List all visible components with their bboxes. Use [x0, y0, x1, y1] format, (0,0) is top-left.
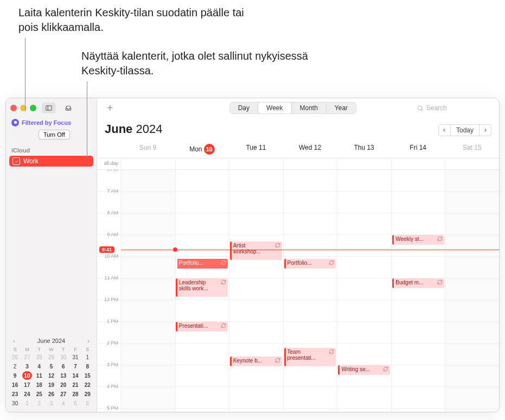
mini-cal-cell[interactable]: 29: [82, 390, 92, 398]
mini-cal-cell[interactable]: 2: [10, 362, 20, 371]
turn-off-focus-button[interactable]: Turn Off: [39, 130, 70, 139]
day-header[interactable]: Mon10: [175, 138, 229, 158]
grid-cell[interactable]: [337, 257, 391, 278]
mini-cal-cell[interactable]: 17: [22, 380, 32, 389]
all-day-cell[interactable]: [229, 158, 283, 169]
calendar-item-work[interactable]: Work: [9, 156, 93, 167]
mini-cal-cell[interactable]: 24: [22, 390, 32, 398]
grid-cell[interactable]: [121, 213, 175, 234]
grid-cell[interactable]: [445, 322, 499, 343]
grid-cell[interactable]: [391, 343, 445, 365]
all-day-cell[interactable]: [121, 158, 175, 169]
mini-cal-next-button[interactable]: ›: [85, 337, 92, 345]
day-header[interactable]: Sat 15: [445, 138, 499, 158]
day-header[interactable]: Thu 13: [337, 138, 391, 158]
mini-cal-cell[interactable]: 10: [22, 371, 32, 380]
calendar-event[interactable]: Team presentati...: [284, 348, 336, 366]
grid-cell[interactable]: [283, 387, 337, 408]
grid-cell[interactable]: [175, 170, 229, 191]
view-month-button[interactable]: Month: [292, 103, 327, 113]
grid-cell[interactable]: [445, 278, 499, 300]
grid-cell[interactable]: [229, 387, 283, 408]
grid-cell[interactable]: [445, 300, 499, 321]
all-day-cell[interactable]: [391, 158, 445, 169]
mini-cal-cell[interactable]: 14: [71, 371, 80, 380]
mini-cal-cell[interactable]: 1: [22, 399, 32, 408]
mini-cal-cell[interactable]: 23: [10, 390, 20, 398]
grid-cell[interactable]: [229, 192, 283, 213]
grid-cell[interactable]: [391, 409, 445, 412]
grid-cell[interactable]: [283, 300, 337, 321]
minimize-button[interactable]: [20, 105, 27, 111]
search-field[interactable]: Search: [417, 104, 493, 112]
mini-cal-cell[interactable]: 16: [10, 380, 20, 389]
grid-cell[interactable]: [337, 235, 391, 256]
grid-cell[interactable]: [445, 257, 499, 278]
grid-cell[interactable]: [121, 235, 175, 256]
day-header[interactable]: Tue 11: [229, 138, 283, 158]
grid-cell[interactable]: [391, 322, 445, 343]
grid-cell[interactable]: [121, 278, 175, 300]
grid-cell[interactable]: [121, 343, 175, 365]
mini-cal-cell[interactable]: 26: [10, 353, 20, 361]
grid-cell[interactable]: [445, 365, 499, 386]
mini-cal-cell[interactable]: 7: [71, 362, 80, 371]
all-day-cell[interactable]: [445, 158, 499, 169]
mini-cal-cell[interactable]: 30: [59, 353, 68, 361]
day-header[interactable]: Wed 12: [283, 138, 337, 158]
mini-cal-cell[interactable]: 5: [71, 399, 80, 408]
grid-cell[interactable]: [229, 170, 283, 191]
grid-cell[interactable]: [175, 365, 229, 386]
grid-cell[interactable]: [283, 322, 337, 343]
add-event-button[interactable]: +: [104, 102, 117, 114]
grid-cell[interactable]: [445, 192, 499, 213]
mini-cal-cell[interactable]: 4: [34, 362, 44, 371]
mini-cal-cell[interactable]: 28: [34, 353, 44, 361]
view-week-button[interactable]: Week: [258, 103, 291, 113]
grid-cell[interactable]: [337, 278, 391, 300]
mini-cal-prev-button[interactable]: ‹: [10, 337, 18, 345]
mini-cal-cell[interactable]: 18: [34, 380, 44, 389]
mini-cal-cell[interactable]: 6: [59, 362, 68, 371]
calendar-event[interactable]: Leadership skills work...: [176, 278, 228, 297]
grid-cell[interactable]: [121, 409, 175, 412]
grid-cell[interactable]: [445, 213, 499, 234]
grid-cell[interactable]: [283, 365, 337, 386]
grid-cell[interactable]: [229, 409, 283, 412]
grid-cell[interactable]: [121, 192, 175, 213]
calendar-event[interactable]: Budget m...: [392, 278, 444, 288]
grid-cell[interactable]: [121, 300, 175, 321]
next-week-button[interactable]: [480, 124, 491, 136]
grid-cell[interactable]: [337, 213, 391, 234]
sidebar-toggle-button[interactable]: [42, 103, 56, 113]
grid-cell[interactable]: [121, 322, 175, 343]
mini-cal-cell[interactable]: 5: [46, 362, 56, 371]
grid-cell[interactable]: [445, 235, 499, 256]
calendar-event[interactable]: Portfolio...: [284, 259, 336, 269]
grid-cell[interactable]: [175, 343, 229, 365]
focus-filter-status[interactable]: Filtered by Focus: [6, 118, 97, 128]
mini-cal-cell[interactable]: 2: [34, 399, 44, 408]
grid-cell[interactable]: [175, 213, 229, 234]
fullscreen-button[interactable]: [30, 105, 36, 111]
grid-cell[interactable]: [121, 387, 175, 408]
mini-cal-cell[interactable]: 11: [34, 371, 44, 380]
grid-cell[interactable]: [283, 409, 337, 412]
all-day-cell[interactable]: [283, 158, 337, 169]
grid-cell[interactable]: [121, 365, 175, 386]
grid-cell[interactable]: [391, 300, 445, 321]
grid-cell[interactable]: [337, 192, 391, 213]
grid-cell[interactable]: [229, 278, 283, 300]
mini-cal-cell[interactable]: 25: [34, 390, 44, 398]
grid-cell[interactable]: [337, 409, 391, 412]
grid-cell[interactable]: [445, 387, 499, 408]
day-header[interactable]: Fri 14: [391, 138, 445, 158]
mini-cal-cell[interactable]: 22: [82, 380, 92, 389]
mini-cal-cell[interactable]: 29: [46, 353, 56, 361]
grid-cell[interactable]: [337, 343, 391, 365]
grid-cell[interactable]: [175, 387, 229, 408]
mini-cal-cell[interactable]: 27: [22, 353, 32, 361]
calendar-event[interactable]: Weekly st...: [392, 235, 444, 245]
day-header[interactable]: Sun 9: [121, 138, 175, 158]
mini-cal-cell[interactable]: 19: [46, 380, 56, 389]
